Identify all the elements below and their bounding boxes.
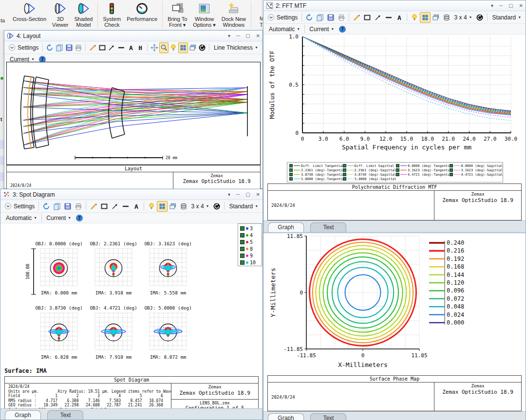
clock-button[interactable] <box>475 12 486 23</box>
ribbon-bring-to-front[interactable]: Bring To Front ▾ <box>165 1 190 29</box>
zoom-button[interactable] <box>159 42 169 53</box>
help-icon[interactable]: ? <box>74 213 85 223</box>
stack-button[interactable] <box>441 12 452 23</box>
wavelength-legend-item[interactable]: 9 <box>238 252 262 259</box>
legend-checkbox-icon[interactable] <box>450 173 453 176</box>
ribbon-performance[interactable]: Performance <box>124 1 160 23</box>
line-button[interactable] <box>120 201 131 212</box>
maximize-button[interactable]: ▢ <box>245 192 250 197</box>
copy-button[interactable] <box>55 42 64 53</box>
rect-button[interactable] <box>362 12 373 23</box>
ribbon-window-options[interactable]: Window Options ▾ <box>190 1 219 29</box>
close-button[interactable]: ✕ <box>256 192 260 197</box>
standard-dropdown[interactable]: Standard▼ <box>226 203 261 210</box>
tab-graph[interactable]: Graph <box>268 222 304 232</box>
ribbon-shaded-model[interactable]: Shaded Model <box>72 1 96 29</box>
legend-checkbox-icon[interactable] <box>240 226 244 231</box>
cascade-button[interactable] <box>168 201 178 212</box>
mtf-titlebar[interactable]: F 2: FFT MTF ▾ ─ ▢ ✕ <box>263 0 526 11</box>
pencil-button[interactable] <box>88 42 97 53</box>
legend-checkbox-icon[interactable] <box>240 233 244 237</box>
settings-button[interactable]: Settings <box>6 44 40 51</box>
tab-text[interactable]: Text <box>310 413 346 420</box>
layout-titlebar[interactable]: 4: Layout ▾ ─ ▢ ✕ <box>4 31 263 41</box>
A-button[interactable]: A <box>126 42 136 53</box>
legend-checkbox-icon[interactable] <box>289 173 293 176</box>
minimize-button[interactable]: ─ <box>236 33 240 38</box>
wavelength-legend-item[interactable]: 10 <box>238 259 262 266</box>
minimize-button[interactable]: ─ <box>499 3 503 8</box>
print-button[interactable] <box>336 12 347 23</box>
settings-button[interactable]: Settings <box>265 14 300 21</box>
legend-checkbox-icon[interactable] <box>240 260 244 265</box>
ribbon-dock-new-windows[interactable]: Dock New Windows <box>219 1 249 29</box>
H-button[interactable]: H <box>135 42 145 53</box>
tab-graph[interactable]: Graph <box>5 410 41 420</box>
wavelength-legend-item[interactable]: 3 <box>238 225 262 232</box>
legend-checkbox-icon[interactable] <box>289 164 293 167</box>
legend-checkbox-icon[interactable] <box>343 177 346 181</box>
cascade-button[interactable] <box>188 42 198 53</box>
copy-button[interactable] <box>315 12 325 23</box>
print-button[interactable] <box>74 42 83 53</box>
copy-button[interactable] <box>52 201 62 212</box>
grid-button[interactable] <box>157 201 168 212</box>
legend-checkbox-icon[interactable] <box>450 168 453 172</box>
grid-button[interactable] <box>178 42 188 53</box>
maximize-button[interactable]: ▢ <box>508 3 513 8</box>
tab-graph[interactable]: Graph <box>268 413 304 420</box>
line-button[interactable] <box>116 42 126 53</box>
automatic-dropdown[interactable]: Automatic▼ <box>266 26 302 33</box>
rect-button[interactable] <box>99 201 110 212</box>
grid-button[interactable] <box>420 12 431 23</box>
clock-button[interactable] <box>212 201 223 212</box>
standard-dropdown[interactable]: Standard▼ <box>489 14 524 21</box>
legend-checkbox-icon[interactable] <box>396 168 399 172</box>
refresh-button[interactable] <box>41 201 52 212</box>
legend-checkbox-icon[interactable] <box>343 173 346 176</box>
rect-button[interactable] <box>97 42 107 53</box>
window-menu-button[interactable]: ▾ <box>228 33 230 38</box>
arrow-button[interactable] <box>107 42 116 53</box>
tab-text[interactable]: Text <box>47 410 83 420</box>
close-button[interactable]: ✕ <box>519 3 523 8</box>
grid-size-dropdown[interactable]: 3 x 4▼ <box>452 14 475 21</box>
legend-checkbox-icon[interactable] <box>396 164 399 167</box>
print-button[interactable] <box>73 201 84 212</box>
settings-button[interactable]: Settings <box>2 202 37 210</box>
legend-checkbox-icon[interactable] <box>450 164 453 167</box>
current-dropdown[interactable]: Current▼ <box>44 215 74 221</box>
wavelength-legend-item[interactable]: 8 <box>238 245 262 252</box>
legend-checkbox-icon[interactable] <box>289 177 293 181</box>
clock-button[interactable] <box>197 42 207 53</box>
line-button[interactable] <box>383 12 394 23</box>
minimize-button[interactable]: ─ <box>236 192 240 197</box>
A-button[interactable]: A <box>131 201 142 212</box>
window-menu-button[interactable]: ▾ <box>491 3 493 8</box>
legend-checkbox-icon[interactable] <box>343 168 346 172</box>
bulb-button[interactable] <box>409 12 420 23</box>
pencil-button[interactable] <box>351 12 362 23</box>
legend-checkbox-icon[interactable] <box>240 240 244 244</box>
maximize-button[interactable]: ▢ <box>245 33 250 38</box>
save-button[interactable] <box>325 12 336 23</box>
save-button[interactable] <box>64 42 74 53</box>
spot-titlebar[interactable]: 3: Spot Diagram ▾ ─ ▢ ✕ <box>0 189 263 200</box>
arrow-button[interactable] <box>373 12 383 23</box>
bulb-button[interactable] <box>169 42 178 53</box>
tab-text[interactable]: Text <box>310 222 346 232</box>
bulb-button[interactable] <box>146 201 157 212</box>
legend-checkbox-icon[interactable] <box>289 168 293 172</box>
legend-checkbox-icon[interactable] <box>240 254 244 258</box>
line-thickness-dropdown[interactable]: Line Thickness▼ <box>211 44 261 51</box>
wavelength-legend-item[interactable]: 5 <box>238 238 262 245</box>
stack-button[interactable] <box>178 201 189 212</box>
legend-checkbox-icon[interactable] <box>240 247 244 251</box>
grid-size-dropdown[interactable]: 3 x 4▼ <box>189 203 212 210</box>
save-button[interactable] <box>62 201 73 212</box>
legend-checkbox-icon[interactable] <box>343 164 346 167</box>
A-button[interactable]: A <box>394 12 405 23</box>
automatic-dropdown[interactable]: Automatic▼ <box>3 215 39 221</box>
arrow-button[interactable] <box>110 201 120 212</box>
pencil-button[interactable] <box>88 201 99 212</box>
